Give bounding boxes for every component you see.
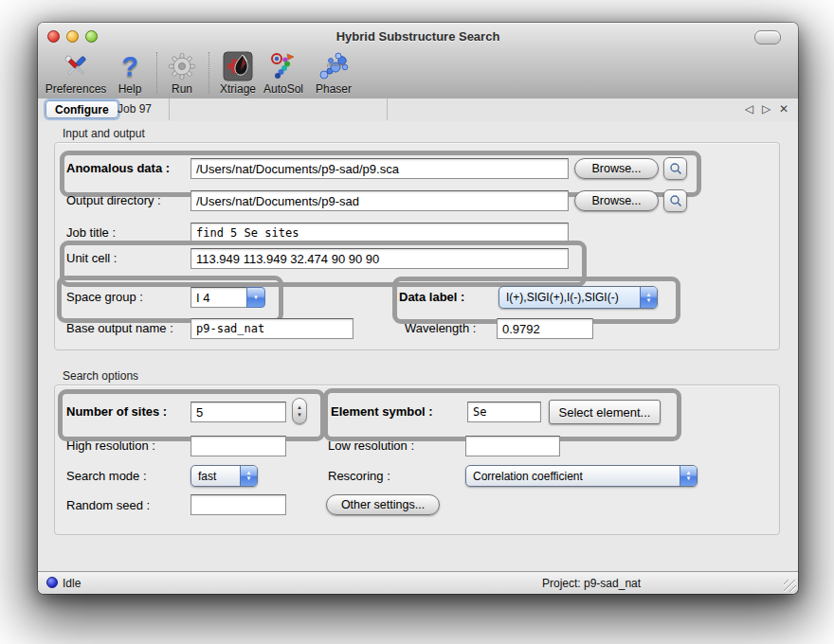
search-mode-label: Search mode : <box>66 469 147 483</box>
tab-divider <box>387 98 388 120</box>
app-window: Hybrid Substructure Search Pr <box>38 23 798 594</box>
toolbar-label: Help <box>111 82 149 96</box>
run-gear-icon <box>163 50 201 81</box>
tab-job-97[interactable]: Job 97 <box>118 102 152 116</box>
tab-job-label: Job 97 <box>118 102 152 116</box>
other-settings-button[interactable]: Other settings... <box>326 494 440 515</box>
toolbar-label: Preferences <box>38 82 114 96</box>
rescoring-value: Correlation coefficient <box>466 466 680 486</box>
title-bar: Hybrid Substructure Search Pr <box>38 23 798 99</box>
anomalous-preview-button[interactable] <box>663 157 687 180</box>
high-resolution-input[interactable] <box>190 436 286 456</box>
data-label-popup[interactable]: I(+),SIGI(+),I(-),SIGI(-) ▲▼ <box>499 286 658 309</box>
tab-close-icon[interactable]: ✕ <box>779 102 789 116</box>
output-directory-label: Output directory : <box>66 193 161 207</box>
space-group-dropdown-button[interactable]: ▼ <box>246 287 265 308</box>
toolbar-item-preferences[interactable]: Preferences <box>38 50 114 96</box>
number-of-sites-input[interactable] <box>190 402 286 422</box>
project-label: Project: p9-sad_nat <box>542 577 641 590</box>
number-of-sites-label: Number of sites : <box>66 404 167 419</box>
random-seed-input[interactable] <box>190 494 286 515</box>
toolbar-item-help[interactable]: ? Help <box>111 50 149 96</box>
space-group-combo-input[interactable] <box>190 287 247 308</box>
tab-configure[interactable]: Configure <box>45 100 118 118</box>
random-seed-label: Random seed : <box>66 498 150 512</box>
toolbar-label: Phaser <box>305 82 362 96</box>
tab-divider <box>169 98 170 120</box>
low-resolution-input[interactable] <box>465 436 560 456</box>
wavelength-input[interactable] <box>497 318 593 339</box>
svg-text:phaser: phaser <box>326 62 345 67</box>
unit-cell-label: Unit cell : <box>66 251 117 265</box>
toolbar-label: Run <box>163 82 201 96</box>
base-output-name-input[interactable] <box>190 318 354 339</box>
select-element-button[interactable]: Select element... <box>549 400 661 424</box>
toolbar-toggle-button[interactable] <box>754 30 781 45</box>
toolbar-item-run[interactable]: Run <box>163 50 201 96</box>
status-text: Idle <box>63 577 81 590</box>
unit-cell-input[interactable] <box>190 248 569 269</box>
section-title-input-output: Input and output <box>63 127 145 140</box>
status-indicator-icon <box>46 577 58 588</box>
element-symbol-label: Element symbol : <box>331 404 433 419</box>
output-directory-browse-button[interactable]: Browse... <box>574 190 659 211</box>
number-of-sites-stepper[interactable]: ▲▼ <box>292 398 307 424</box>
data-label-label: Data label : <box>399 290 464 304</box>
status-bar: Idle Project: p9-sad_nat <box>38 571 798 594</box>
help-icon: ? <box>111 50 149 81</box>
rescoring-popup[interactable]: Correlation coefficient ▲▼ <box>465 465 698 487</box>
toolbar-item-phaser[interactable]: phaser Phaser <box>305 50 362 96</box>
data-label-value: I(+),SIGI(+),I(-),SIGI(-) <box>499 287 640 308</box>
window-title: Hybrid Substructure Search <box>38 29 798 44</box>
tab-nav-left-icon[interactable]: ◁ <box>745 102 753 116</box>
resize-grip[interactable] <box>784 580 796 592</box>
output-directory-preview-button[interactable] <box>663 189 687 212</box>
input-output-panel: Anomalous data : Browse... Output direct… <box>54 142 780 350</box>
low-resolution-label: Low resolution : <box>328 438 414 453</box>
section-title-search-options: Search options <box>63 369 138 383</box>
search-mode-popup[interactable]: fast ▲▼ <box>190 465 258 487</box>
space-group-label: Space group : <box>66 290 143 304</box>
popup-arrows-icon: ▲▼ <box>240 466 257 486</box>
tab-nav-right-icon[interactable]: ▷ <box>762 102 771 116</box>
anomalous-data-input[interactable] <box>190 158 569 179</box>
configure-pane: Input and output Anomalous data : Browse… <box>38 121 798 571</box>
job-title-label: Job title : <box>66 225 116 240</box>
anomalous-data-label: Anomalous data : <box>66 161 170 175</box>
rescoring-label: Rescoring : <box>328 469 390 483</box>
toolbar-label: AutoSol <box>255 82 312 96</box>
toolbar-item-autosol[interactable]: AutoSol <box>255 50 312 96</box>
tab-configure-label: Configure <box>55 103 109 116</box>
output-directory-input[interactable] <box>190 190 569 211</box>
search-mode-value: fast <box>191 466 240 486</box>
autosol-icon <box>255 50 312 81</box>
high-resolution-label: High resolution : <box>66 438 155 453</box>
phaser-icon: phaser <box>305 50 362 81</box>
magnifier-icon <box>669 162 682 175</box>
element-symbol-input[interactable] <box>467 402 541 422</box>
job-title-input[interactable] <box>190 223 569 243</box>
popup-arrows-icon: ▲▼ <box>680 466 697 486</box>
preferences-icon <box>38 50 114 81</box>
magnifier-icon <box>669 194 682 207</box>
base-output-name-label: Base output name : <box>66 321 173 335</box>
tab-bar: Configure Job 97 ◁ ▷ ✕ <box>38 98 798 122</box>
wavelength-label: Wavelength : <box>405 321 476 335</box>
toolbar-separator <box>156 52 157 94</box>
search-options-panel: Number of sites : ▲▼ Element symbol : Se… <box>54 385 780 535</box>
popup-arrows-icon: ▲▼ <box>640 287 657 308</box>
anomalous-browse-button[interactable]: Browse... <box>574 158 659 179</box>
